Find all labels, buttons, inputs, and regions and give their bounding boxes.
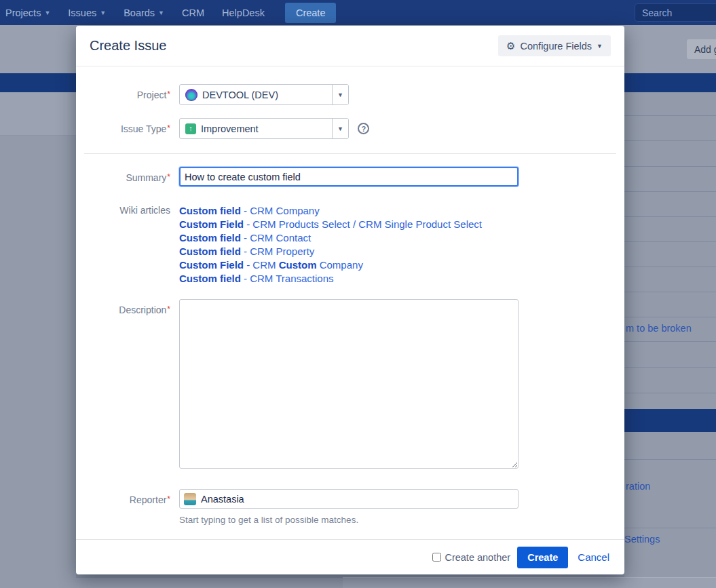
- add-gadget-button[interactable]: Add g: [687, 39, 716, 59]
- cancel-link[interactable]: Cancel: [578, 551, 609, 563]
- gear-icon: ⚙: [506, 41, 515, 51]
- issue-type-field-row: Issue Type ↑ Improvement ▼ ?: [76, 118, 624, 139]
- nav-boards-menu[interactable]: Boards ▼: [124, 7, 164, 18]
- issue-type-select-value: Improvement: [201, 123, 259, 134]
- create-issue-dialog: Create Issue ⚙ Configure Fields ▼ Projec…: [76, 26, 624, 574]
- nav-projects-menu[interactable]: Projects ▼: [5, 7, 50, 18]
- project-field-row: Project DEVTOOL (DEV) ▼: [76, 84, 624, 105]
- chevron-down-icon: ▼: [597, 43, 603, 50]
- summary-label: Summary: [76, 167, 179, 187]
- chevron-down-icon: ▼: [44, 9, 50, 16]
- nav-issues-menu[interactable]: Issues ▼: [68, 7, 106, 18]
- dashboard-right-list: m to be broken ration Settings: [624, 92, 716, 588]
- background-link-broken-item[interactable]: m to be broken: [626, 323, 692, 334]
- chevron-down-icon: ▼: [337, 92, 343, 98]
- dialog-title: Create Issue: [90, 38, 166, 54]
- screen: Add g m to be broken ration Settings Pro…: [0, 0, 716, 588]
- create-another-checkbox[interactable]: [432, 553, 441, 562]
- configure-fields-button[interactable]: ⚙ Configure Fields ▼: [498, 35, 611, 56]
- chevron-down-icon: ▼: [158, 9, 164, 16]
- wiki-article-link[interactable]: Custom field - CRM Company: [179, 204, 624, 218]
- description-textarea[interactable]: [179, 299, 519, 469]
- section-divider: [84, 153, 616, 154]
- chevron-down-icon: ▼: [337, 125, 343, 132]
- nav-create-button[interactable]: Create: [285, 3, 337, 23]
- background-link-settings[interactable]: Settings: [624, 534, 660, 545]
- dashboard-left-gadget: [0, 92, 76, 136]
- project-avatar-icon: [185, 89, 197, 101]
- summary-field-row: Summary: [76, 167, 624, 187]
- wiki-article-link[interactable]: Custom field - CRM Contact: [179, 231, 624, 245]
- wiki-article-link[interactable]: Custom Field - CRM Custom Company: [179, 258, 624, 272]
- improvement-type-icon: ↑: [185, 123, 196, 134]
- nav-helpdesk-menu[interactable]: HelpDesk: [222, 7, 265, 18]
- project-label: Project: [76, 84, 179, 105]
- issue-type-select[interactable]: ↑ Improvement ▼: [179, 118, 349, 139]
- wiki-article-link[interactable]: Custom Field - CRM Products Select / CRM…: [179, 218, 624, 231]
- summary-input[interactable]: [179, 167, 519, 187]
- description-label: Description: [76, 299, 179, 471]
- wiki-articles-row: Wiki articles Custom field - CRM Company…: [76, 204, 624, 286]
- issue-type-select-dropdown-button[interactable]: ▼: [332, 119, 348, 138]
- reporter-label: Reporter: [76, 489, 179, 525]
- top-navigation-bar: Projects ▼ Issues ▼ Boards ▼ CRM HelpDes…: [0, 0, 716, 25]
- wiki-links: Custom field - CRM CompanyCustom Field -…: [179, 204, 624, 286]
- description-field-row: Description: [76, 299, 624, 471]
- dashboard-blue-bar-2: [624, 409, 716, 432]
- reporter-input[interactable]: Anastasia: [179, 489, 519, 509]
- wiki-articles-label: Wiki articles: [76, 204, 179, 286]
- dialog-footer: Create another Create Cancel: [76, 539, 624, 574]
- project-select-dropdown-button[interactable]: ▼: [332, 85, 348, 104]
- nav-crm-menu[interactable]: CRM: [182, 7, 204, 18]
- chevron-down-icon: ▼: [100, 9, 106, 16]
- project-select-value: DEVTOOL (DEV): [202, 90, 278, 100]
- reporter-field-row: Reporter Anastasia Start typing to get a…: [76, 489, 624, 525]
- reporter-helper-text: Start typing to get a list of possible m…: [179, 515, 624, 525]
- dialog-body: Project DEVTOOL (DEV) ▼ Issue Type: [76, 66, 624, 539]
- dialog-header: Create Issue ⚙ Configure Fields ▼: [76, 26, 624, 66]
- reporter-avatar: [184, 493, 196, 505]
- dashboard-bottom-gadget: [343, 577, 716, 588]
- wiki-article-link[interactable]: Custom field - CRM Property: [179, 245, 624, 258]
- project-select[interactable]: DEVTOOL (DEV) ▼: [179, 84, 349, 105]
- search-input[interactable]: [635, 3, 716, 22]
- reporter-value: Anastasia: [201, 494, 244, 505]
- help-icon[interactable]: ?: [358, 123, 369, 134]
- create-button[interactable]: Create: [517, 547, 568, 568]
- create-another-option[interactable]: Create another: [432, 552, 510, 563]
- wiki-article-link[interactable]: Custom field - CRM Transactions: [179, 272, 624, 286]
- issue-type-label: Issue Type: [76, 118, 179, 139]
- background-link-configuration[interactable]: ration: [626, 481, 650, 492]
